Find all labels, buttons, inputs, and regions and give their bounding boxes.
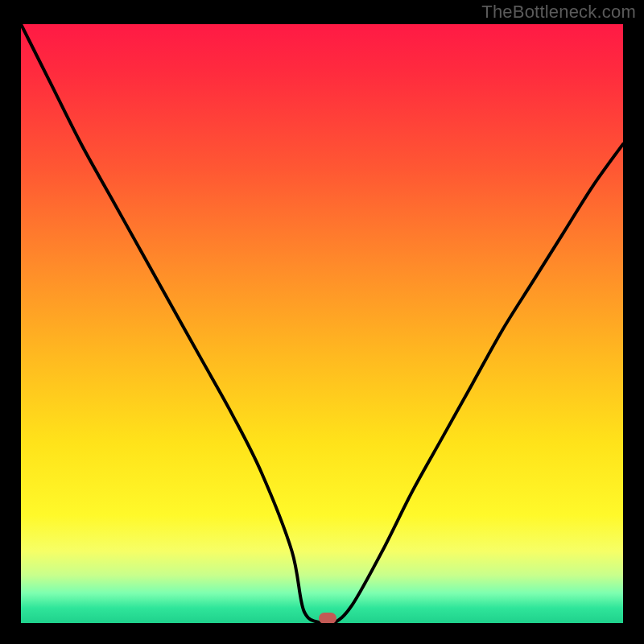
attribution-text: TheBottleneck.com — [481, 2, 636, 23]
chart-frame: TheBottleneck.com — [0, 0, 644, 644]
bottleneck-curve — [21, 24, 623, 623]
plot-area — [21, 24, 623, 623]
optimum-marker — [319, 613, 336, 623]
